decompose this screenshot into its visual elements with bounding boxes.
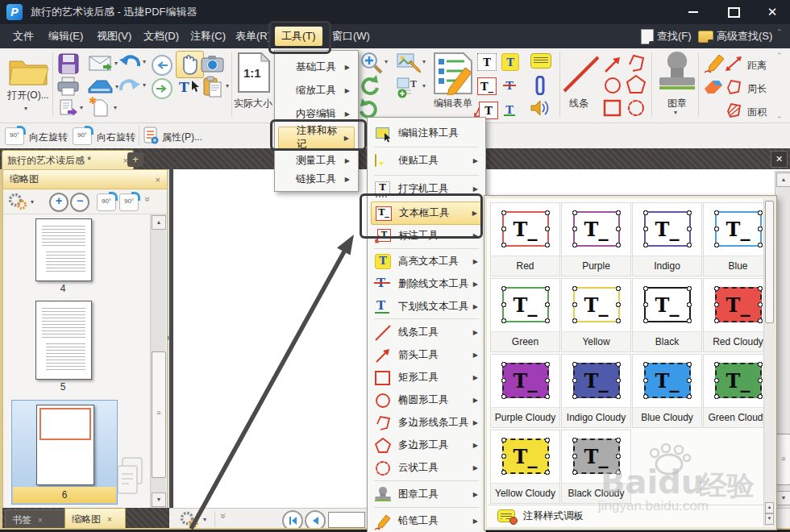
style-panel-scrollbar[interactable]: ▲ ▼ (763, 199, 774, 526)
bookmarks-tab-close-icon[interactable]: × (38, 516, 43, 525)
style-card-yellow-cloudy[interactable]: T_ Yellow Cloudy (490, 430, 560, 504)
edit-form-button[interactable] (433, 52, 475, 98)
submenu-item-ellipse[interactable]: 椭圆形工具▶ (371, 389, 482, 411)
redo-caret-icon[interactable]: ▾ (143, 81, 146, 89)
add-object-button[interactable]: T (397, 77, 421, 102)
ellipse-tool-button[interactable] (603, 76, 622, 98)
thumb-zoom-out-button[interactable]: − (70, 193, 89, 212)
rotate-left-button[interactable]: 向左旋转 (26, 131, 71, 144)
menu-file[interactable]: 文件 (6, 27, 40, 46)
edit-object-caret-icon[interactable]: ▾ (422, 58, 426, 65)
submenu-item-pencil[interactable]: 铅笔工具▶ (371, 510, 482, 532)
toolbar-collapse-icon[interactable]: ⌃ (776, 52, 783, 60)
go-forward-button[interactable] (152, 78, 173, 99)
doc-scroll-up-button[interactable]: ▲ (776, 172, 790, 187)
menubar-collapse-icon[interactable]: ⌃ (776, 28, 783, 36)
textbox-tool-button[interactable]: T_ (477, 77, 497, 95)
style-card-green[interactable]: T_ Green (490, 278, 560, 352)
menu-window[interactable]: 窗口(W) (326, 27, 376, 46)
thumbnail-page-4[interactable] (35, 218, 92, 281)
document-tab[interactable]: 旅行的艺术读后感 * × (2, 150, 134, 170)
menu-view[interactable]: 视图(V) (90, 27, 138, 46)
new-caret-icon[interactable]: ▾ (114, 104, 117, 111)
thumb-scroll-down-button[interactable]: ▼ (152, 493, 166, 507)
underline-text-button[interactable]: T (501, 102, 518, 118)
submenu-item-rectangle[interactable]: 矩形工具▶ (371, 367, 482, 389)
undo-caret-icon[interactable]: ▾ (143, 58, 146, 65)
style-card-purple-cloudy[interactable]: T_ Purple Cloudy (490, 354, 560, 428)
pencil-tool-button[interactable] (703, 52, 726, 77)
style-card-blue-cloudy[interactable]: T_ Blue Cloudy (632, 354, 702, 428)
actual-size-button[interactable]: 1:1 (237, 52, 271, 97)
perimeter-tool-button[interactable] (724, 78, 743, 99)
print-button[interactable] (57, 77, 79, 99)
menu-item-basic-tools[interactable]: 基础工具▶ (278, 56, 355, 77)
thumb-rotate-right-button[interactable]: 90° (119, 193, 139, 211)
new-doc-button[interactable]: ✱ (92, 99, 110, 120)
stamp-caret-icon[interactable]: ▾ (674, 109, 677, 116)
thumbnail-page-6-selected[interactable]: 6 (11, 400, 118, 505)
export-caret-icon[interactable]: ▾ (80, 104, 83, 111)
sound-button[interactable] (530, 100, 550, 119)
thumbnail-scrollbar[interactable]: ▲ ≡ ▼ (150, 214, 166, 508)
submenu-item-polyline[interactable]: 多边形线条工具▶ (371, 412, 482, 434)
distance-tool-button[interactable] (724, 55, 743, 76)
select-text-button[interactable]: T (179, 79, 201, 95)
submenu-item-line[interactable]: 线条工具▶ (371, 322, 482, 343)
paste-button[interactable] (203, 76, 222, 101)
tab-thumbnails[interactable]: 缩略图 × (64, 508, 126, 530)
thumb-scroll-handle[interactable]: ≡ (152, 351, 166, 478)
undo-button[interactable] (118, 53, 141, 76)
doc-scroll-handle[interactable]: ≡ (776, 434, 790, 485)
menu-document[interactable]: 文档(D) (137, 27, 185, 46)
typewriter-tool-button[interactable]: T (477, 53, 497, 71)
rectangle-tool-button[interactable] (603, 98, 622, 121)
zoom-caret-icon[interactable]: ▾ (385, 58, 388, 65)
menu-comment[interactable]: 注释(C) (184, 27, 232, 46)
line-tool-button[interactable] (562, 55, 601, 97)
new-tab-button[interactable]: + (127, 152, 143, 167)
submenu-item-arrow[interactable]: 箭头工具▶ (371, 344, 482, 366)
submenu-item-strikeout-text[interactable]: T 删除线文本工具▶ (371, 273, 482, 295)
style-scroll-handle[interactable] (765, 201, 774, 323)
doc-scroll-down-button[interactable]: ▼ (776, 491, 790, 505)
email-button[interactable] (89, 56, 113, 75)
hand-tool-button[interactable] (176, 51, 204, 78)
thumb-scroll-up-button[interactable]: ▲ (152, 215, 166, 230)
thumbnails-tab-close-icon[interactable]: × (107, 515, 112, 524)
go-back-button[interactable] (152, 55, 173, 76)
thumbnail-page-5[interactable] (35, 301, 92, 380)
submenu-item-cloud[interactable]: 云状工具▶ (371, 457, 482, 479)
thumb-zoom-in-button[interactable]: + (49, 193, 69, 212)
style-scroll-up-button[interactable]: ▲ (765, 502, 774, 513)
panel-more-chevrons-icon[interactable]: » (142, 197, 153, 202)
paste-caret-icon[interactable]: ▾ (226, 82, 229, 89)
rotate-left-icon[interactable]: 90° (5, 127, 24, 145)
properties-button[interactable] (143, 127, 160, 148)
rotate-right-icon[interactable]: 90° (73, 127, 92, 145)
minimize-button[interactable] (676, 0, 711, 24)
find-button[interactable]: 查找(F) (641, 27, 692, 46)
cloud-tool-button[interactable] (626, 98, 647, 121)
highlight-text-button[interactable]: T (501, 53, 519, 71)
arrow-tool-button[interactable] (603, 55, 622, 77)
style-card-black-cloudy[interactable]: T_ Black Cloudy (561, 430, 631, 504)
panel-close-icon[interactable]: × (156, 175, 160, 185)
strikeout-text-button[interactable]: T (501, 77, 518, 94)
redo-button[interactable] (118, 77, 141, 100)
zoom-in-button[interactable] (360, 52, 383, 77)
thumb-rotate-left-button[interactable]: 90° (97, 193, 116, 211)
annotation-style-palette-item[interactable]: 注释样式调板 (488, 505, 765, 526)
style-card-red-cloudy[interactable]: T_ Red Cloudy (703, 278, 773, 352)
rotate-view-ccw-button[interactable] (359, 75, 380, 99)
edit-object-button[interactable] (397, 53, 421, 77)
close-button[interactable]: ✕ (755, 0, 790, 24)
style-card-green-cloudy[interactable]: T_ Green Cloudy (703, 354, 773, 428)
link-button[interactable] (532, 76, 548, 98)
email-caret-icon[interactable]: ▾ (114, 60, 118, 67)
submenu-item-underline-text[interactable]: T 下划线文本工具▶ (371, 296, 482, 318)
sticky-note-button[interactable] (530, 53, 551, 69)
maximize-button[interactable] (716, 0, 751, 24)
submenu-item-highlight-text[interactable]: T 高亮文本工具▶ (371, 251, 482, 272)
tabbar-close-button[interactable]: ✕ (771, 151, 788, 168)
